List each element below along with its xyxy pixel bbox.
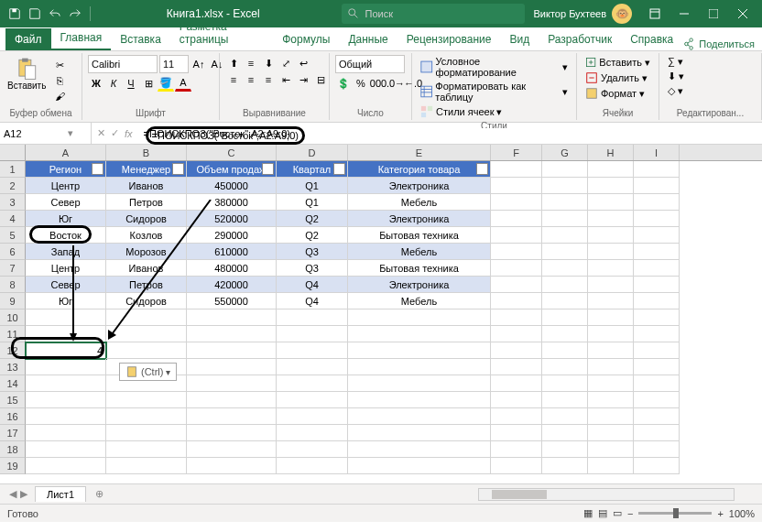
cell[interactable] bbox=[491, 408, 542, 425]
cell[interactable] bbox=[634, 277, 680, 293]
cell[interactable]: 610000 bbox=[187, 244, 277, 260]
cell[interactable] bbox=[277, 309, 348, 326]
cell[interactable] bbox=[491, 260, 542, 277]
row-head[interactable]: 16 bbox=[0, 408, 26, 425]
wrap-text-icon[interactable]: ↩ bbox=[295, 55, 311, 71]
cell[interactable] bbox=[187, 359, 277, 375]
indent-dec-icon[interactable]: ⇤ bbox=[278, 71, 294, 88]
cell[interactable]: 380000 bbox=[187, 194, 277, 211]
cell[interactable]: Q1 bbox=[277, 178, 348, 194]
col-head-A[interactable]: A bbox=[26, 145, 106, 160]
bold-button[interactable]: Ж bbox=[88, 75, 104, 92]
cell[interactable]: Q2 bbox=[277, 211, 348, 227]
orientation-icon[interactable]: ⤢ bbox=[278, 55, 294, 71]
cell[interactable] bbox=[491, 326, 542, 342]
cell[interactable]: Q2 bbox=[277, 227, 348, 244]
cell[interactable] bbox=[491, 194, 542, 211]
autosum[interactable]: ∑ ▾ bbox=[665, 55, 756, 69]
zoom-in-icon[interactable]: + bbox=[717, 508, 723, 519]
cell[interactable] bbox=[348, 458, 491, 474]
delete-cells[interactable]: Удалить▾ bbox=[582, 71, 653, 85]
cell[interactable] bbox=[542, 277, 588, 293]
redo-icon[interactable] bbox=[66, 5, 84, 23]
zoom-out-icon[interactable]: − bbox=[627, 508, 633, 519]
cell[interactable] bbox=[634, 260, 680, 277]
cell[interactable] bbox=[542, 375, 588, 392]
cell[interactable] bbox=[491, 375, 542, 392]
cell[interactable] bbox=[542, 161, 588, 178]
row-head[interactable]: 7 bbox=[0, 260, 26, 277]
sheet-prev-icon[interactable]: ◀ bbox=[9, 488, 16, 500]
cell[interactable] bbox=[634, 408, 680, 425]
cell[interactable] bbox=[26, 441, 106, 458]
border-icon[interactable]: ⊞ bbox=[140, 75, 157, 92]
cell[interactable] bbox=[588, 161, 634, 178]
cell[interactable]: Q3 bbox=[277, 260, 348, 277]
cell[interactable] bbox=[542, 309, 588, 326]
cell[interactable] bbox=[277, 458, 348, 474]
format-painter-icon[interactable]: 🖌 bbox=[51, 89, 68, 103]
tab-file[interactable]: Файл bbox=[5, 28, 51, 50]
cell[interactable] bbox=[634, 194, 680, 211]
cell[interactable] bbox=[187, 375, 277, 392]
cell[interactable]: Мебель bbox=[348, 244, 491, 260]
cell[interactable] bbox=[277, 342, 348, 359]
italic-button[interactable]: К bbox=[105, 75, 122, 92]
cell[interactable]: 480000 bbox=[187, 260, 277, 277]
col-head-I[interactable]: I bbox=[634, 145, 680, 160]
cell[interactable] bbox=[348, 326, 491, 342]
cell[interactable] bbox=[542, 408, 588, 425]
cell[interactable] bbox=[634, 293, 680, 309]
cell[interactable] bbox=[491, 425, 542, 441]
filter-icon[interactable]: ▾ bbox=[262, 163, 274, 175]
indent-inc-icon[interactable]: ⇥ bbox=[295, 71, 311, 88]
cell[interactable] bbox=[542, 227, 588, 244]
cell[interactable] bbox=[542, 293, 588, 309]
cell[interactable] bbox=[491, 293, 542, 309]
cell[interactable]: Козлов bbox=[106, 227, 187, 244]
maximize-icon[interactable] bbox=[700, 3, 727, 25]
cell[interactable] bbox=[491, 227, 542, 244]
cell[interactable]: Петров bbox=[106, 277, 187, 293]
cell[interactable] bbox=[634, 161, 680, 178]
cell[interactable] bbox=[588, 359, 634, 375]
cell[interactable] bbox=[634, 309, 680, 326]
col-head-F[interactable]: F bbox=[491, 145, 542, 160]
cell[interactable]: Бытовая техника bbox=[348, 227, 491, 244]
cell[interactable] bbox=[187, 425, 277, 441]
select-all[interactable] bbox=[0, 145, 26, 160]
cell[interactable]: Петров bbox=[106, 194, 187, 211]
cell[interactable] bbox=[277, 392, 348, 408]
cell[interactable] bbox=[634, 342, 680, 359]
cell[interactable] bbox=[542, 392, 588, 408]
cell[interactable]: Юг bbox=[26, 293, 106, 309]
clear[interactable]: ◇ ▾ bbox=[665, 84, 756, 98]
cell[interactable] bbox=[491, 277, 542, 293]
cell[interactable] bbox=[634, 326, 680, 342]
cell[interactable]: Восток bbox=[26, 227, 106, 244]
cell[interactable] bbox=[26, 309, 106, 326]
minimize-icon[interactable] bbox=[670, 3, 698, 25]
cell[interactable] bbox=[187, 326, 277, 342]
tab-dev[interactable]: Разработчик bbox=[539, 28, 621, 50]
cell[interactable] bbox=[26, 392, 106, 408]
fx-icon[interactable]: fx bbox=[125, 128, 133, 139]
underline-button[interactable]: Ч bbox=[123, 75, 139, 92]
cell[interactable] bbox=[491, 342, 542, 359]
align-center-icon[interactable]: ≡ bbox=[243, 71, 259, 88]
cell[interactable]: Q3 bbox=[277, 244, 348, 260]
col-head-C[interactable]: C bbox=[187, 145, 277, 160]
cell[interactable]: Объем продаж▾ bbox=[187, 161, 277, 178]
percent-icon[interactable]: % bbox=[353, 75, 369, 92]
tab-layout[interactable]: Разметка страницы bbox=[170, 16, 273, 50]
cell[interactable] bbox=[348, 342, 491, 359]
cell[interactable] bbox=[106, 392, 187, 408]
cell[interactable] bbox=[542, 194, 588, 211]
cell[interactable]: Квартал▾ bbox=[277, 161, 348, 178]
cell[interactable] bbox=[588, 178, 634, 194]
cell[interactable] bbox=[491, 458, 542, 474]
cell[interactable]: Юг bbox=[26, 211, 106, 227]
tab-review[interactable]: Рецензирование bbox=[397, 28, 501, 50]
cell[interactable]: Сидоров bbox=[106, 211, 187, 227]
cell[interactable] bbox=[588, 244, 634, 260]
